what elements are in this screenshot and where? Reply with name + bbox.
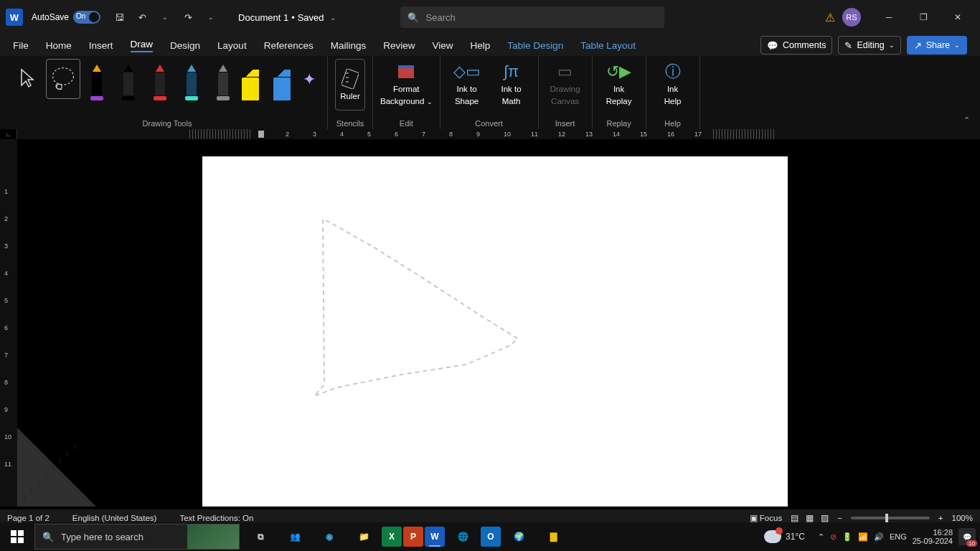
tab-mailings[interactable]: Mailings xyxy=(331,40,367,51)
tab-home[interactable]: Home xyxy=(46,40,72,51)
h-ruler-tick: 13 xyxy=(585,131,593,138)
browser-app-icon[interactable]: 🌍 xyxy=(502,522,535,551)
tray-clock[interactable]: 16:28 25-09-2024 xyxy=(913,528,953,545)
language-indicator[interactable]: English (United States) xyxy=(72,514,157,522)
tab-layout[interactable]: Layout xyxy=(217,40,247,51)
redo-icon[interactable]: ↷ xyxy=(178,7,198,27)
tab-design[interactable]: Design xyxy=(170,40,200,51)
search-input[interactable]: 🔍 Search xyxy=(400,6,664,28)
taskbar-search[interactable]: 🔍 Type here to search xyxy=(34,524,240,550)
lasso-selection xyxy=(308,212,538,413)
word-app-icon[interactable]: W xyxy=(425,527,445,547)
pen-tool-2[interactable] xyxy=(149,59,171,100)
ink-help-button[interactable]: ⓘ Ink Help xyxy=(654,59,692,107)
comments-button[interactable]: 💬Comments xyxy=(760,36,832,55)
outlook-app-icon[interactable]: O xyxy=(481,527,501,547)
page-viewport[interactable] xyxy=(17,139,980,507)
ink-to-math-button[interactable]: ∫π Ink to Math xyxy=(492,59,531,107)
sticky-notes-app-icon[interactable]: ▇ xyxy=(537,522,570,551)
lasso-select-tool[interactable] xyxy=(46,59,80,99)
ink-to-math-icon: ∫π xyxy=(504,62,519,82)
tray-language[interactable]: ENG xyxy=(890,532,907,541)
tab-review[interactable]: Review xyxy=(383,40,415,51)
document-title[interactable]: Document 1 • Saved ⌄ xyxy=(238,12,336,23)
minimize-button[interactable]: ─ xyxy=(872,6,905,29)
share-button[interactable]: ↗Share⌄ xyxy=(907,36,967,55)
zoom-in-button[interactable]: + xyxy=(938,514,943,522)
print-layout-icon[interactable]: ▦ xyxy=(806,513,814,523)
search-icon: 🔍 xyxy=(407,12,419,23)
ruler-corner: ∟ xyxy=(0,129,17,139)
tray-wifi-icon[interactable]: 📶 xyxy=(858,532,868,542)
read-mode-icon[interactable]: ▤ xyxy=(791,513,798,523)
pen-tool-3[interactable] xyxy=(181,59,202,100)
group-label-replay: Replay xyxy=(606,119,631,129)
drawing-canvas-button: ▭ Drawing Canvas xyxy=(546,59,585,107)
tab-help[interactable]: Help xyxy=(471,40,491,51)
close-button[interactable]: ✕ xyxy=(941,6,974,29)
tab-table-design[interactable]: Table Design xyxy=(507,40,563,51)
zoom-out-button[interactable]: − xyxy=(837,514,842,522)
chevron-down-icon: ⌄ xyxy=(427,98,433,105)
tab-table-layout[interactable]: Table Layout xyxy=(580,40,636,51)
tab-references[interactable]: References xyxy=(264,40,314,51)
tab-view[interactable]: View xyxy=(432,40,453,51)
teams-app-icon[interactable]: 👥 xyxy=(278,522,311,551)
save-icon[interactable]: 🖫 xyxy=(109,7,129,27)
h-ruler-tick: 12 xyxy=(558,131,565,138)
tray-chevron-icon[interactable]: ⌃ xyxy=(818,532,824,542)
pen-tool-4[interactable] xyxy=(212,59,234,100)
powerpoint-app-icon[interactable]: P xyxy=(403,527,423,547)
weather-widget[interactable]: 31°C xyxy=(764,530,805,543)
pen-tool-1[interactable] xyxy=(118,59,139,100)
ruler-stencil-overlay[interactable] xyxy=(17,428,96,507)
horizontal-ruler[interactable]: 1234567891011121314151617 xyxy=(17,129,980,139)
tray-security-icon[interactable]: ⊘ xyxy=(830,532,837,542)
ruler-stencil-button[interactable]: Ruler xyxy=(335,59,365,110)
tab-file[interactable]: File xyxy=(13,40,29,51)
zoom-slider[interactable] xyxy=(851,517,930,519)
action-pen-tool[interactable]: ✦ xyxy=(298,59,320,100)
maximize-button[interactable]: ❐ xyxy=(907,6,940,29)
h-ruler-tick: 2 xyxy=(286,131,289,138)
chrome-app-icon[interactable]: 🌐 xyxy=(446,522,479,551)
editing-mode-button[interactable]: ✎Editing⌄ xyxy=(838,36,900,55)
group-label-drawing-tools: Drawing Tools xyxy=(143,119,192,129)
text-predictions-indicator[interactable]: Text Predictions: On xyxy=(179,514,253,522)
canvas-area: 1234567891011 xyxy=(0,139,980,507)
qat-customize-icon[interactable]: ⌄ xyxy=(201,7,221,27)
titlebar: W AutoSave On 🖫 ↶ ⌄ ↷ ⌄ Document 1 • Sav… xyxy=(0,0,980,34)
focus-mode-button[interactable]: ▣ Focus xyxy=(750,513,783,523)
notifications-icon[interactable]: 💬10 xyxy=(958,528,976,545)
autosave-toggle[interactable]: On xyxy=(73,11,100,24)
tray-volume-icon[interactable]: 🔊 xyxy=(874,532,884,542)
format-background-button[interactable]: Format Background ⌄ xyxy=(380,59,433,107)
ink-to-shape-button[interactable]: ◇▭ Ink to Shape xyxy=(448,59,486,107)
undo-icon[interactable]: ↶ xyxy=(132,7,152,27)
undo-dropdown-icon[interactable]: ⌄ xyxy=(155,7,175,27)
avatar[interactable]: RS xyxy=(842,8,861,27)
vertical-ruler[interactable]: 1234567891011 xyxy=(0,139,17,507)
tab-draw[interactable]: Draw xyxy=(131,39,154,52)
ink-replay-button[interactable]: ↺▶ Ink Replay xyxy=(600,59,639,107)
svg-point-0 xyxy=(53,68,74,85)
zoom-level[interactable]: 100% xyxy=(952,514,973,522)
highlighter-tool-0[interactable] xyxy=(240,59,261,100)
warning-icon[interactable]: ⚠ xyxy=(825,11,835,24)
pen-tool-0[interactable] xyxy=(86,59,108,100)
tab-insert[interactable]: Insert xyxy=(89,40,113,51)
h-ruler-tick: 15 xyxy=(640,131,647,138)
tray-battery-icon[interactable]: 🔋 xyxy=(842,532,852,542)
edge-app-icon[interactable]: ◉ xyxy=(313,522,346,551)
select-tool[interactable] xyxy=(14,59,40,99)
web-layout-icon[interactable]: ▨ xyxy=(821,513,829,523)
document-page[interactable] xyxy=(202,156,788,507)
group-label-convert: Convert xyxy=(475,119,503,129)
collapse-ribbon-icon[interactable]: ⌃ xyxy=(963,116,970,125)
task-view-icon[interactable]: ⧉ xyxy=(244,522,277,551)
page-indicator[interactable]: Page 1 of 2 xyxy=(7,514,50,522)
start-button[interactable] xyxy=(0,522,34,551)
excel-app-icon[interactable]: X xyxy=(382,527,402,547)
explorer-app-icon[interactable]: 📁 xyxy=(347,522,380,551)
highlighter-tool-1[interactable] xyxy=(271,59,293,100)
